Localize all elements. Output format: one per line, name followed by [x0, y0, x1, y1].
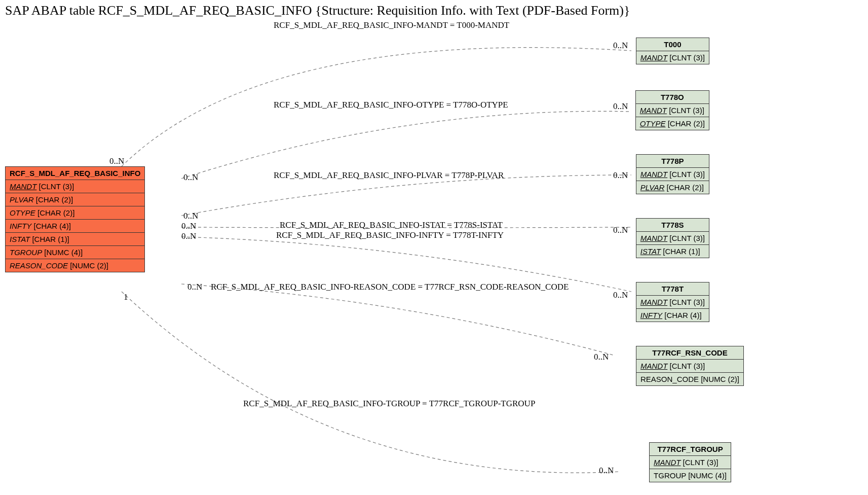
entity-t77rcf-rsn-code: T77RCF_RSN_CODE MANDT [CLNT (3)] REASON_… — [636, 346, 744, 386]
dst-cardinality: 0..N — [613, 101, 628, 112]
entity-header: T77RCF_TGROUP — [650, 443, 731, 456]
dst-cardinality: 0..N — [613, 170, 628, 181]
entity-field: PLVAR [CHAR (2)] — [6, 193, 144, 206]
entity-t778o: T778O MANDT [CLNT (3)] OTYPE [CHAR (2)] — [635, 90, 709, 130]
entity-field: MANDT [CLNT (3)] — [6, 180, 144, 193]
entity-field: MANDT [CLNT (3)] — [650, 456, 731, 469]
entity-field: MANDT [CLNT (3)] — [636, 232, 709, 245]
entity-field: REASON_CODE [NUMC (2)] — [636, 373, 743, 385]
entity-field: MANDT [CLNT (3)] — [636, 104, 709, 117]
dst-cardinality: 0..N — [613, 41, 628, 51]
entity-field: MANDT [CLNT (3)] — [636, 51, 709, 64]
entity-t778s: T778S MANDT [CLNT (3)] ISTAT [CHAR (1)] — [636, 218, 709, 258]
relation-label: RCF_S_MDL_AF_REQ_BASIC_INFO-TGROUP = T77… — [243, 399, 535, 409]
src-cardinality: 1 — [124, 292, 128, 302]
entity-field: PLVAR [CHAR (2)] — [636, 181, 709, 194]
entity-field: INFTY [CHAR (4)] — [636, 309, 709, 322]
entity-header: T778O — [636, 91, 709, 104]
src-cardinality: 0..N — [183, 211, 198, 221]
entity-header: T778S — [636, 219, 709, 232]
diagram-title: SAP ABAP table RCF_S_MDL_AF_REQ_BASIC_IN… — [5, 3, 630, 18]
relation-label: RCF_S_MDL_AF_REQ_BASIC_INFO-INFTY = T778… — [276, 230, 504, 240]
entity-field: MANDT [CLNT (3)] — [636, 296, 709, 309]
entity-t000: T000 MANDT [CLNT (3)] — [636, 38, 709, 64]
entity-header: T000 — [636, 38, 709, 51]
entity-header: T778T — [636, 282, 709, 296]
dst-cardinality: 0..N — [594, 352, 609, 362]
entity-field: OTYPE [CHAR (2)] — [6, 206, 144, 220]
entity-field: ISTAT [CHAR (1)] — [636, 245, 709, 258]
src-cardinality: 0..N — [109, 156, 124, 166]
relation-label: RCF_S_MDL_AF_REQ_BASIC_INFO-OTYPE = T778… — [274, 100, 508, 110]
entity-main: RCF_S_MDL_AF_REQ_BASIC_INFO MANDT [CLNT … — [5, 166, 145, 272]
src-cardinality: 0..N — [181, 231, 196, 241]
entity-t77rcf-tgroup: T77RCF_TGROUP MANDT [CLNT (3)] TGROUP [N… — [649, 442, 731, 482]
relation-label: RCF_S_MDL_AF_REQ_BASIC_INFO-ISTAT = T778… — [280, 220, 503, 230]
entity-field: MANDT [CLNT (3)] — [636, 360, 743, 373]
entity-header: T778P — [636, 155, 709, 168]
entity-field: REASON_CODE [NUMC (2)] — [6, 259, 144, 272]
entity-t778t: T778T MANDT [CLNT (3)] INFTY [CHAR (4)] — [636, 282, 709, 322]
src-cardinality: 0..N — [183, 172, 198, 183]
entity-field: OTYPE [CHAR (2)] — [636, 117, 709, 130]
entity-field: ISTAT [CHAR (1)] — [6, 233, 144, 246]
entity-field: TGROUP [NUMC (4)] — [6, 246, 144, 259]
relation-label: RCF_S_MDL_AF_REQ_BASIC_INFO-REASON_CODE … — [211, 282, 569, 292]
entity-field: INFTY [CHAR (4)] — [6, 220, 144, 233]
entity-main-header: RCF_S_MDL_AF_REQ_BASIC_INFO — [6, 167, 144, 180]
src-cardinality: 0..N — [181, 221, 196, 231]
entity-field: MANDT [CLNT (3)] — [636, 168, 709, 181]
dst-cardinality: 0..N — [599, 466, 614, 476]
dst-cardinality: 0..N — [613, 225, 628, 235]
src-cardinality: 0..N — [187, 282, 202, 292]
dst-cardinality: 0..N — [613, 290, 628, 300]
entity-header: T77RCF_RSN_CODE — [636, 346, 743, 360]
relation-label: RCF_S_MDL_AF_REQ_BASIC_INFO-PLVAR = T778… — [274, 170, 504, 181]
relation-label: RCF_S_MDL_AF_REQ_BASIC_INFO-MANDT = T000… — [274, 20, 509, 30]
entity-field: TGROUP [NUMC (4)] — [650, 469, 731, 482]
entity-t778p: T778P MANDT [CLNT (3)] PLVAR [CHAR (2)] — [636, 154, 709, 194]
